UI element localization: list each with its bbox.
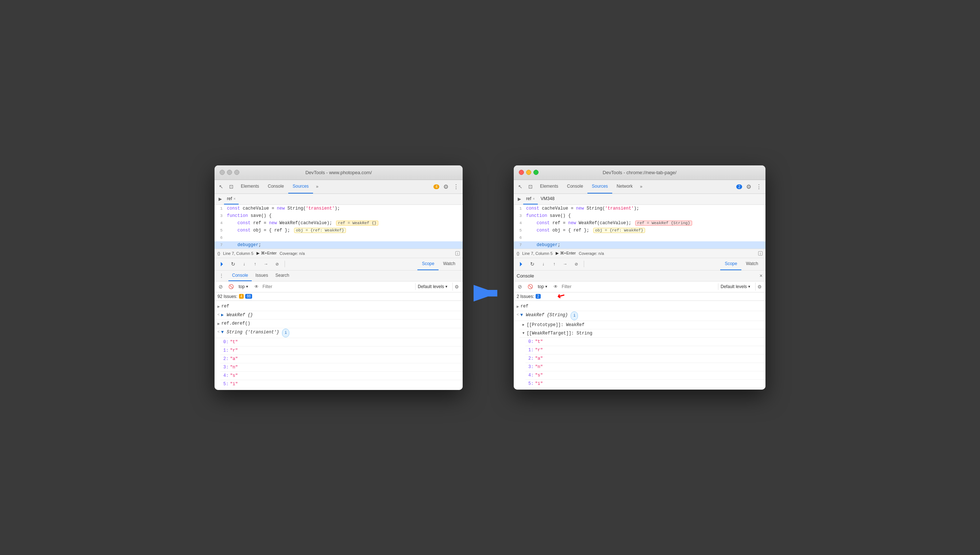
left-deactivate-btn[interactable]: ⊘: [272, 259, 282, 269]
left-coverage-icon[interactable]: ↕: [455, 251, 460, 256]
right-tab-ref-label: ref: [526, 196, 531, 201]
right-console-panel: Console × ⊘ 🚫 top ▼ 👁 Default levels ▼ ⚙: [514, 271, 766, 390]
left-gear-icon[interactable]: ⚙: [441, 181, 451, 192]
left-format-icon[interactable]: {}: [217, 251, 220, 256]
right-scope-tab[interactable]: Scope: [720, 258, 742, 270]
left-console-dots[interactable]: ⋮: [217, 272, 225, 280]
right-levels-dropdown[interactable]: Default levels ▼: [718, 283, 753, 290]
right-run-btn[interactable]: ▶ ⌘+Enter: [556, 251, 576, 256]
right-watch-tab[interactable]: Watch: [742, 258, 763, 270]
right-code-line-5: 5 const obj = { ref }; obj = {ref: WeakR…: [514, 227, 766, 234]
left-scope-tab[interactable]: Scope: [417, 258, 438, 270]
left-source-tab-ref[interactable]: ref ×: [224, 194, 238, 204]
right-tab-network[interactable]: Network: [612, 180, 637, 194]
right-more-icon[interactable]: ⋮: [754, 181, 764, 192]
right-step-btn[interactable]: →: [560, 259, 570, 269]
left-console-tab[interactable]: Console: [229, 270, 252, 281]
right-filter-input[interactable]: [562, 284, 716, 289]
left-arrow-deref[interactable]: ▶: [217, 320, 220, 327]
right-tl-close[interactable]: [519, 170, 524, 175]
right-coverage-icon[interactable]: ↕: [758, 251, 763, 256]
left-ban-btn[interactable]: 🚫: [227, 282, 235, 290]
left-console-row-weakref: < ▶ WeakRef {}: [214, 311, 463, 319]
left-filter-input[interactable]: [263, 284, 413, 289]
right-proto-tri[interactable]: ▶: [523, 321, 524, 329]
left-step-into-btn[interactable]: ↓: [239, 259, 249, 269]
right-console-gear[interactable]: ⚙: [755, 282, 763, 290]
left-console-row-deref: ▶ ref.deref(): [214, 319, 463, 328]
right-info-badge: 2: [536, 294, 541, 299]
left-console-gear[interactable]: ⚙: [452, 282, 460, 290]
right-target-tri[interactable]: ▼: [523, 330, 524, 337]
right-scope-tabs: Scope Watch: [720, 258, 763, 270]
right-gear-icon[interactable]: ⚙: [743, 181, 754, 192]
left-tab-console[interactable]: Console: [264, 180, 288, 194]
left-issues-tab[interactable]: Issues: [252, 270, 272, 281]
right-nav-cursor[interactable]: ↖: [515, 181, 525, 192]
right-source-tab-vm[interactable]: VM348: [538, 194, 558, 204]
right-tab-vm-label: VM348: [541, 196, 555, 201]
left-string-tri[interactable]: ▼: [221, 329, 224, 336]
left-tab-more[interactable]: »: [313, 184, 321, 189]
left-tab-elements[interactable]: Elements: [237, 180, 264, 194]
left-resume-btn[interactable]: ⏵: [217, 259, 227, 269]
right-clear-btn[interactable]: ⊘: [516, 282, 524, 290]
right-tab-ref-close[interactable]: ×: [533, 197, 535, 201]
left-source-panel: ▶ ref × 1 const cacheValue = new String(…: [214, 194, 463, 258]
left-levels-dropdown[interactable]: Default levels ▼: [415, 283, 450, 290]
tl-close[interactable]: [220, 170, 225, 175]
right-step-into-btn[interactable]: ↓: [539, 259, 548, 269]
code-line-5: 5 const obj = { ref }; obj = {ref: WeakR…: [214, 227, 463, 234]
right-format-icon[interactable]: {}: [516, 251, 519, 256]
screenshot-container: DevTools - www.photopea.com/ ↖ ⊡ Element…: [214, 165, 766, 390]
left-step-over-btn[interactable]: ↻: [229, 259, 238, 269]
left-step-out-btn[interactable]: ↑: [250, 259, 260, 269]
tl-minimize[interactable]: [227, 170, 232, 175]
right-resume-btn[interactable]: ⏵: [516, 259, 526, 269]
left-row-4: 4: "s": [221, 372, 463, 380]
right-console-row-weakref: < ▼ WeakRef {String} i: [514, 311, 766, 321]
left-eye-btn[interactable]: 👁: [253, 282, 261, 290]
right-tab-more[interactable]: »: [637, 184, 646, 189]
left-weakref-tri[interactable]: ▶: [221, 311, 224, 319]
left-tabs-bar: ↖ ⊡ Elements Console Sources » 4 ⚙ ⋮: [214, 180, 463, 194]
left-watch-tab[interactable]: Watch: [438, 258, 460, 270]
right-deactivate-btn[interactable]: ⊘: [571, 259, 581, 269]
left-tab-sources[interactable]: Sources: [288, 180, 313, 194]
right-tab-elements[interactable]: Elements: [536, 180, 563, 194]
code-line-1: 1 const cacheValue = new String('transie…: [214, 205, 463, 212]
right-step-out-btn[interactable]: ↑: [550, 259, 559, 269]
right-nav-layers[interactable]: ⊡: [525, 181, 536, 192]
left-more-icon[interactable]: ⋮: [451, 181, 461, 192]
right-panel-toggle[interactable]: ▶: [515, 195, 523, 203]
right-arrow-ref[interactable]: ▶: [516, 303, 519, 310]
left-run-btn[interactable]: ▶ ⌘+Enter: [256, 251, 277, 256]
right-top-dropdown[interactable]: top ▼: [536, 283, 550, 290]
right-eye-btn[interactable]: 👁: [552, 282, 560, 290]
right-step-over-btn[interactable]: ↻: [528, 259, 537, 269]
left-step-btn[interactable]: →: [261, 259, 271, 269]
right-tl-minimize[interactable]: [526, 170, 531, 175]
left-nav-cursor[interactable]: ↖: [216, 181, 226, 192]
left-string-info: i: [282, 329, 289, 337]
tl-maximize[interactable]: [234, 170, 239, 175]
left-nav-layers[interactable]: ⊡: [226, 181, 237, 192]
left-tab-ref-close[interactable]: ×: [233, 197, 236, 201]
right-tl-maximize[interactable]: [533, 170, 539, 175]
left-search-tab[interactable]: Search: [272, 270, 293, 281]
right-source-tab-ref[interactable]: ref ×: [523, 194, 538, 204]
left-panel-toggle[interactable]: ▶: [216, 195, 224, 203]
right-tab-console[interactable]: Console: [563, 180, 587, 194]
left-arrow-ref[interactable]: ▶: [217, 303, 220, 310]
right-ban-btn[interactable]: 🚫: [526, 282, 534, 290]
left-row-2: 2: "a": [221, 355, 463, 363]
code-line-7: 7 debugger;: [214, 241, 463, 249]
right-tab-sources[interactable]: Sources: [587, 180, 612, 194]
right-console-close[interactable]: ×: [759, 273, 763, 279]
left-top-dropdown[interactable]: top ▼: [237, 283, 250, 290]
left-clear-btn[interactable]: ⊘: [217, 282, 225, 290]
left-traffic-lights: [220, 170, 239, 175]
right-weakref-tri[interactable]: ▼: [520, 311, 523, 319]
left-console-toolbar: ⊘ 🚫 top ▼ 👁 Default levels ▼ ⚙: [214, 282, 463, 292]
left-coverage: Coverage: n/a: [280, 251, 305, 256]
